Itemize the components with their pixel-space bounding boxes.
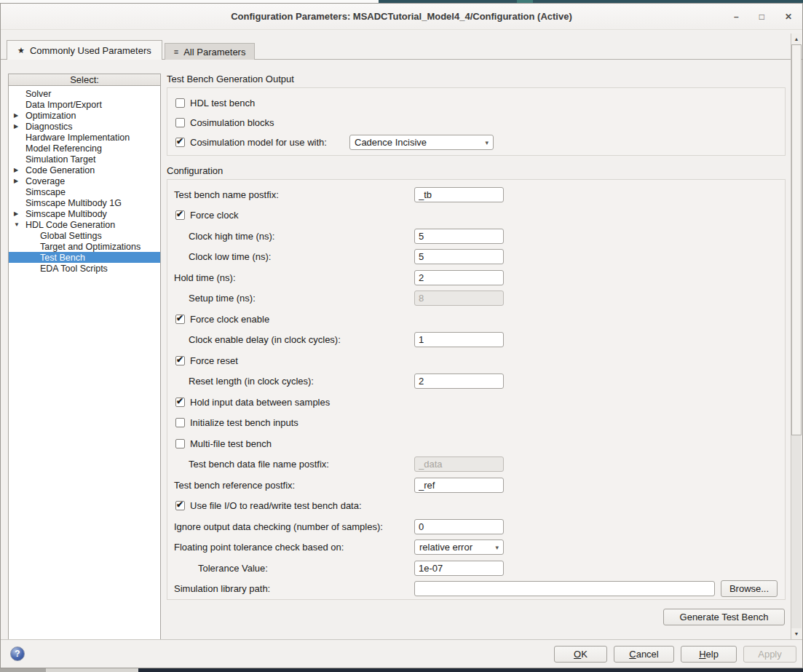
row-ignore-output-data-checking-number-of-samples: Ignore output data checking (number of s… [167,516,785,537]
dropdown-cosimulation-model-for-use-with[interactable]: Cadence Incisive▾ [349,135,494,150]
sidebar-item-label: Target and Optimizations [40,242,141,252]
sidebar-item-label: Test Bench [40,253,85,263]
checkbox-force-clock-enable[interactable]: ✔ [175,315,185,324]
sidebar-item-model-referencing[interactable]: Model Referencing [9,143,160,154]
sidebar-item-test-bench[interactable]: Test Bench [9,252,160,263]
sidebar-item-simscape[interactable]: Simscape [9,186,160,197]
scroll-down-icon[interactable]: ▼ [791,628,802,639]
input-test-bench-reference-postfix[interactable] [414,478,504,493]
title-bar[interactable]: Configuration Parameters: MSADCTutorial_… [1,4,802,30]
help-icon[interactable]: ? [10,647,25,661]
row-setup-time-ns: Setup time (ns): [167,288,785,309]
chevron-right-icon[interactable]: ▶ [14,178,25,184]
apply-button: Apply [743,646,796,663]
tab-all-parameters[interactable]: ≡ All Parameters [165,43,256,60]
checkmark-icon: ✔ [176,136,183,146]
row-hdl-test-bench: HDL test bench [167,93,785,113]
row-cosimulation-blocks: Cosimulation blocks [167,113,785,133]
cancel-button[interactable]: Cancel [614,646,674,663]
category-sidebar: Select: SolverData Import/Export▶Optimiz… [8,74,161,641]
checkbox-cosimulation-model-for-use-with[interactable]: ✔ [175,138,185,147]
sidebar-item-optimization[interactable]: ▶Optimization [9,110,160,121]
generate-test-bench-button[interactable]: Generate Test Bench [663,609,785,625]
sidebar-item-simulation-target[interactable]: Simulation Target [9,154,160,165]
checkbox-label: Cosimulation blocks [190,117,274,128]
field-label: Ignore output data checking (number of s… [174,521,383,532]
chevron-right-icon[interactable]: ▶ [14,112,25,119]
row-tolerance-value: Tolerance Value: [167,558,785,579]
maximize-icon[interactable]: □ [759,12,764,21]
checkbox-label: HDL test bench [190,98,255,108]
sidebar-item-label: Optimization [25,111,76,121]
sidebar-item-coverage[interactable]: ▶Coverage [9,175,160,186]
ok-button[interactable]: OK [554,646,607,663]
input-tolerance-value[interactable] [414,561,504,576]
input-clock-high-time-ns[interactable] [414,229,504,244]
sidebar-item-target-and-optimizations[interactable]: Target and Optimizations [9,241,160,252]
row-floating-point-tolerance-check-based-on: Floating point tolerance check based on:… [167,537,785,558]
dropdown-floating-point-tolerance-check-based-on[interactable]: relative error▾ [414,539,504,555]
input-reset-length-in-clock-cycles[interactable] [414,373,504,389]
row-multi-file-test-bench: Multi-file test bench [167,433,785,454]
field-label: Test bench name postfix: [174,189,279,200]
screen: Configuration Parameters: MSADCTutorial_… [0,0,803,672]
field-label: Hold time (ns): [174,272,236,283]
checkbox-initialize-test-bench-inputs[interactable] [175,418,185,427]
input-simulation-library-path[interactable] [414,581,715,596]
checkbox-label: Initialize test bench inputs [190,417,298,428]
configuration-parameters-dialog: Configuration Parameters: MSADCTutorial_… [0,3,803,668]
sidebar-item-global-settings[interactable]: Global Settings [9,230,160,241]
chevron-right-icon[interactable]: ▶ [14,123,25,130]
checkmark-icon: ✔ [176,313,183,323]
row-test-bench-data-file-name-postfix: Test bench data file name postfix: [167,454,785,475]
scrollbar-thumb[interactable] [791,44,802,435]
input-setup-time-ns [414,290,504,306]
input-clock-low-time-ns[interactable] [414,249,504,264]
sidebar-item-eda-tool-scripts[interactable]: EDA Tool Scripts [9,263,160,274]
checkbox-force-reset[interactable]: ✔ [175,356,185,365]
input-hold-time-ns[interactable] [414,270,504,285]
checkbox-hdl-test-bench[interactable] [175,98,185,108]
input-ignore-output-data-checking-number-of-samples[interactable] [414,519,504,534]
checkbox-hold-input-data-between-samples[interactable]: ✔ [175,398,185,407]
sidebar-item-label: Simscape [25,187,66,197]
chevron-down-icon[interactable]: ▼ [14,221,25,228]
sidebar-item-diagnostics[interactable]: ▶Diagnostics [9,121,160,132]
row-cosimulation-model-for-use-with: ✔Cosimulation model for use with:Cadence… [167,133,785,152]
tab-commonly-used-parameters[interactable]: ★ Commonly Used Parameters [7,40,162,60]
chevron-right-icon[interactable]: ▶ [14,167,25,173]
browse-button[interactable]: Browse... [721,580,778,597]
sidebar-item-solver[interactable]: Solver [9,88,160,99]
sidebar-item-hardware-implementation[interactable]: Hardware Implementation [9,132,160,143]
sidebar-item-label: Data Import/Export [25,100,102,110]
settings-panel: Test Bench Generation OutputHDL test ben… [167,74,786,625]
list-icon: ≡ [174,47,178,56]
sidebar-item-hdl-code-generation[interactable]: ▼HDL Code Generation [9,219,160,230]
sidebar-item-code-generation[interactable]: ▶Code Generation [9,165,160,175]
scroll-up-icon[interactable]: ▲ [791,33,802,44]
close-icon[interactable]: ✕ [785,12,792,21]
checkbox-force-clock[interactable]: ✔ [175,210,185,220]
footer-bar: ? OKCancelHelpApply [1,639,802,668]
sidebar-item-label: Solver [25,89,51,99]
checkbox-label: Multi-file test bench [190,438,272,449]
dropdown-value: Cadence Incisive [355,137,482,148]
sidebar-item-data-import-export[interactable]: Data Import/Export [9,99,160,110]
input-clock-enable-delay-in-clock-cycles[interactable] [414,332,504,347]
input-test-bench-name-postfix[interactable] [414,187,504,202]
field-label: Test bench reference postfix: [174,480,295,491]
field-label: Clock low time (ns): [189,251,271,262]
row-simulation-library-path: Simulation library path:Browse... [167,579,785,600]
checkbox-multi-file-test-bench[interactable] [175,439,185,448]
checkbox-use-file-i-o-to-read-write-test-bench-data[interactable]: ✔ [175,501,185,510]
sidebar-item-simscape-multibody-1g[interactable]: Simscape Multibody 1G [9,197,160,208]
minimize-icon[interactable]: – [734,12,739,21]
help-button[interactable]: Help [681,646,737,663]
row-reset-length-in-clock-cycles: Reset length (in clock cycles): [167,371,785,392]
chevron-down-icon: ▾ [485,139,488,146]
vertical-scrollbar[interactable]: ▲ ▼ [791,33,802,639]
checkbox-label: Force reset [190,355,238,366]
chevron-right-icon[interactable]: ▶ [14,210,25,217]
sidebar-item-simscape-multibody[interactable]: ▶Simscape Multibody [9,208,160,219]
checkbox-cosimulation-blocks[interactable] [175,118,185,127]
